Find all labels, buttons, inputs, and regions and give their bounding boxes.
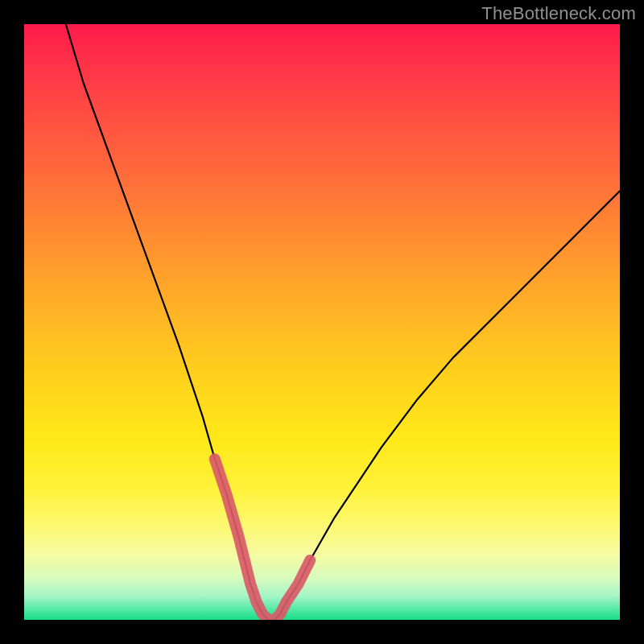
curve-main-path (66, 24, 620, 620)
plot-area (24, 24, 620, 620)
chart-stage: TheBottleneck.com (0, 0, 644, 644)
watermark-text: TheBottleneck.com (481, 3, 636, 24)
curve-highlight-path (215, 459, 310, 620)
bottleneck-curve (24, 24, 620, 620)
